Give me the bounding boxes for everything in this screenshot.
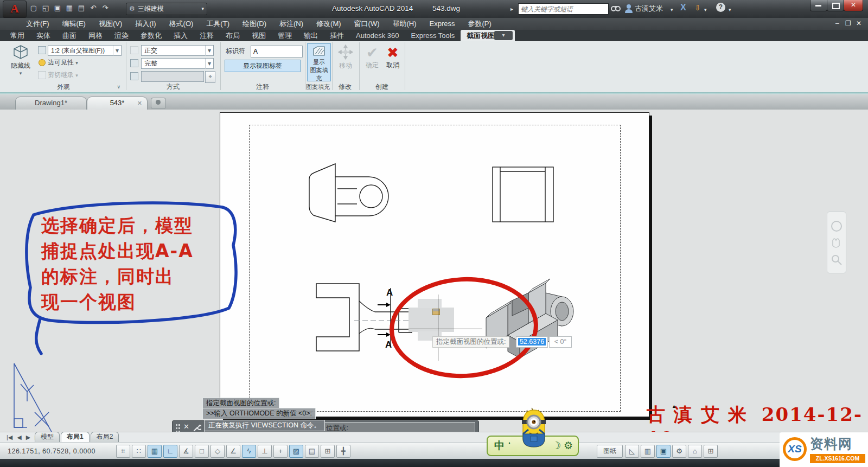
menu-item[interactable]: 格式(O): [163, 18, 200, 30]
paper-model-toggle[interactable]: 图纸: [597, 445, 623, 458]
panel-launcher-icon[interactable]: ∨: [117, 82, 120, 91]
menu-item[interactable]: 插入(I): [129, 18, 162, 30]
view-scale-combo[interactable]: ▾ 1:2 (来自父视图(F)): [48, 45, 122, 56]
menu-item[interactable]: Express: [423, 18, 462, 30]
qat-icon[interactable]: ▣: [52, 3, 63, 14]
menu-item[interactable]: 文件(F): [20, 18, 56, 30]
hidden-lines-button[interactable]: 隐藏线 ▾: [7, 44, 35, 76]
panel-hatch-footer[interactable]: 图案填充: [305, 82, 331, 91]
qat-icon[interactable]: ↷: [100, 3, 111, 14]
ribbon-tab[interactable]: Express Tools: [405, 30, 461, 41]
exchange-apps-icon[interactable]: X: [680, 3, 686, 12]
search-binoculars-icon[interactable]: [611, 4, 621, 12]
file-tab-drawing1[interactable]: Drawing1*: [15, 97, 87, 110]
layout-nav-arrow[interactable]: |◀: [4, 432, 15, 443]
view-top-left[interactable]: [307, 162, 407, 227]
view-top-right[interactable]: [492, 166, 556, 225]
dock-grip-handle[interactable]: [176, 424, 177, 426]
ribbon-tab[interactable]: 管理: [272, 30, 298, 41]
wrench-icon[interactable]: [193, 424, 201, 432]
search-input[interactable]: [519, 4, 608, 15]
dynamic-input-distance[interactable]: 52.6376: [516, 336, 548, 348]
status-toggle-button[interactable]: ⊞: [321, 445, 335, 458]
menu-item[interactable]: 视图(V): [92, 18, 129, 30]
doc-restore-icon[interactable]: ❐: [845, 20, 851, 27]
edge-visibility-button[interactable]: 边可见性 ▾: [48, 58, 78, 67]
status-toggle-button[interactable]: ▤: [305, 445, 319, 458]
status-toggle-button[interactable]: ∠: [226, 445, 240, 458]
menu-item[interactable]: 帮助(H): [386, 18, 423, 30]
status-toggle-button[interactable]: □: [195, 445, 209, 458]
section-depth-combo[interactable]: ▾ 完整: [141, 58, 214, 69]
status-icon-button[interactable]: ⌂: [688, 445, 702, 458]
ribbon-tab[interactable]: 插入: [168, 30, 194, 41]
ribbon-tab[interactable]: 布局: [220, 30, 246, 41]
ribbon-tab[interactable]: 实体: [30, 30, 56, 41]
status-icon-button[interactable]: ◺: [625, 445, 639, 458]
status-toggle-button[interactable]: ╋: [336, 445, 350, 458]
status-icon-button[interactable]: ⚙: [672, 445, 686, 458]
qat-icon[interactable]: ▦: [64, 3, 75, 14]
download-caret-icon[interactable]: ▾: [704, 4, 707, 15]
doc-close-icon[interactable]: ✕: [856, 20, 861, 27]
app-menu-button[interactable]: A: [3, 1, 27, 18]
ribbon-tab[interactable]: 网格: [82, 30, 108, 41]
dock-close-icon[interactable]: ✕: [183, 423, 189, 431]
cancel-button[interactable]: ✖ 取消: [383, 44, 403, 70]
user-menu-caret-icon[interactable]: ▾: [671, 4, 673, 15]
status-icon-button[interactable]: ⊞: [704, 445, 718, 458]
menu-item[interactable]: 参数(P): [462, 18, 498, 30]
status-toggle-button[interactable]: ⌗: [116, 445, 130, 458]
ime-language-button[interactable]: 中: [494, 437, 505, 455]
layout-tab[interactable]: 布局2: [91, 432, 119, 442]
pick-depth-button[interactable]: ⌖: [205, 71, 215, 83]
status-toggle-button[interactable]: ∟: [163, 445, 177, 458]
layout-nav-arrow[interactable]: ◀: [15, 432, 23, 443]
layout-tab[interactable]: 布局1: [61, 432, 90, 442]
projection-combo[interactable]: ▾ 正交: [141, 45, 214, 56]
ribbon-tab[interactable]: 注释: [194, 30, 220, 41]
navigation-bar[interactable]: [827, 212, 846, 273]
doc-minimize-icon[interactable]: –: [835, 20, 839, 27]
status-toggle-button[interactable]: ϟ: [242, 445, 256, 458]
menu-item[interactable]: 修改(M): [310, 18, 348, 30]
identifier-input[interactable]: [251, 46, 303, 57]
status-icon-button[interactable]: ▥: [641, 445, 655, 458]
moon-icon[interactable]: ☽: [552, 437, 561, 455]
ribbon-tab[interactable]: 渲染: [108, 30, 135, 41]
status-toggle-button[interactable]: ▨: [289, 445, 303, 458]
menu-item[interactable]: 编辑(E): [56, 18, 92, 30]
panel-modify-footer[interactable]: 修改: [332, 82, 358, 91]
panel-method-footer[interactable]: 方式: [127, 82, 219, 91]
ribbon-tab[interactable]: 常用: [4, 30, 30, 41]
ribbon-options-button[interactable]: ▾: [494, 31, 513, 40]
qat-icon[interactable]: ↶: [88, 3, 99, 14]
ribbon-tab[interactable]: 参数化: [135, 30, 168, 41]
restore-button[interactable]: [827, 0, 844, 11]
qat-icon[interactable]: ▢: [28, 3, 39, 14]
status-toggle-button[interactable]: ∷: [132, 445, 146, 458]
status-toggle-button[interactable]: +: [273, 445, 288, 458]
ribbon-tab[interactable]: 曲面: [56, 30, 82, 41]
menu-item[interactable]: 工具(T): [200, 18, 236, 30]
qat-icon[interactable]: ◱: [40, 3, 51, 14]
ribbon-tab[interactable]: 视图: [246, 30, 272, 41]
status-toggle-button[interactable]: ◇: [210, 445, 225, 458]
layout-tab[interactable]: 模型: [35, 432, 60, 442]
dynamic-input-angle[interactable]: < 0°: [549, 336, 572, 348]
help-caret-icon[interactable]: ▾: [729, 4, 731, 15]
ribbon-tab[interactable]: Autodesk 360: [350, 30, 405, 41]
panel-create-footer[interactable]: 创建: [360, 82, 404, 91]
status-toggle-button[interactable]: ⊥: [258, 445, 272, 458]
show-view-label-toggle[interactable]: 显示视图标签: [225, 60, 301, 72]
menu-item[interactable]: 窗口(W): [348, 18, 386, 30]
panel-appearance-footer[interactable]: 外观 ∨: [4, 82, 123, 91]
ribbon-tab[interactable]: 插件: [324, 30, 350, 41]
download-icon[interactable]: ⇩: [694, 3, 701, 12]
ribbon-tab[interactable]: 输出: [298, 30, 324, 41]
menu-item[interactable]: 绘图(D): [236, 18, 273, 30]
menu-item[interactable]: 标注(N): [273, 18, 310, 30]
drawing-area[interactable]: A A: [0, 110, 868, 432]
collapse-arrow-icon[interactable]: ▸: [510, 4, 513, 15]
help-icon[interactable]: ?: [716, 3, 725, 12]
